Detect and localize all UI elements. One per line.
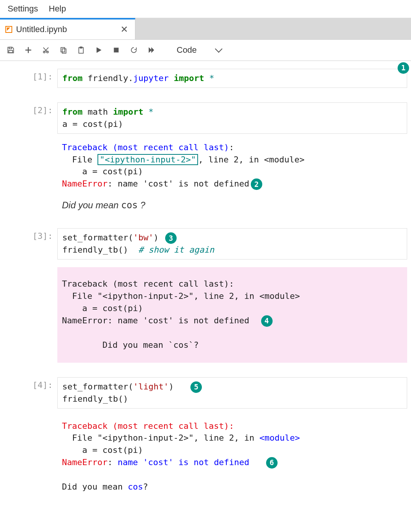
menu-settings[interactable]: Settings [8, 4, 38, 14]
cell-prompt: [2]: [4, 102, 57, 214]
svg-rect-5 [62, 49, 66, 54]
paste-button[interactable] [77, 46, 85, 54]
code-input[interactable]: set_formatter('bw') 3 friendly_tb() # sh… [57, 228, 407, 260]
stop-button[interactable] [112, 46, 120, 54]
did-you-mean: Did you mean cos ? [57, 197, 407, 214]
run-button[interactable] [95, 46, 102, 54]
badge-5: 5 [190, 381, 202, 393]
cell-1: [1]: from friendly.jupyter import *1 [4, 69, 407, 88]
svg-rect-8 [114, 48, 119, 52]
cell-3: [3]: set_formatter('bw') 3 friendly_tb()… [4, 228, 407, 362]
cell-output: Traceback (most recent call last): File … [57, 138, 407, 193]
run-all-button[interactable] [148, 46, 155, 54]
cell-output: Traceback (most recent call last): File … [57, 267, 407, 362]
tabbar: Untitled.ipynb ✕ [0, 18, 411, 40]
badge-1: 1 [398, 62, 409, 74]
notebook-icon [5, 26, 12, 33]
svg-rect-1 [9, 50, 13, 53]
celltype-select[interactable]: Code [173, 44, 225, 57]
code-input[interactable]: from friendly.jupyter import *1 [57, 69, 407, 88]
badge-3: 3 [165, 232, 177, 244]
badge-2: 2 [251, 178, 262, 190]
cell-prompt: [3]: [4, 228, 57, 362]
add-cell-button[interactable] [24, 46, 32, 54]
menubar: Settings Help [0, 0, 411, 18]
save-button[interactable] [7, 46, 15, 54]
cell-4: [4]: set_formatter('light') 5 friendly_t… [4, 377, 407, 496]
code-input[interactable]: from math import * a = cost(pi) [57, 102, 407, 134]
badge-6: 6 [266, 457, 278, 469]
cell-prompt: [4]: [4, 377, 57, 496]
notebook-area: [1]: from friendly.jupyter import *1 [2]… [0, 61, 411, 508]
restart-button[interactable] [130, 46, 138, 54]
menu-help[interactable]: Help [49, 4, 66, 14]
cell-output: Traceback (most recent call last): File … [57, 417, 407, 496]
code-input[interactable]: set_formatter('light') 5 friendly_tb() [57, 377, 407, 409]
chevron-down-icon [215, 45, 223, 53]
cell-2: [2]: from math import * a = cost(pi) Tra… [4, 102, 407, 214]
close-icon[interactable]: ✕ [120, 24, 128, 35]
tab-untitled[interactable]: Untitled.ipynb ✕ [0, 18, 135, 39]
boxed-filename: "<ipython-input-2>" [97, 154, 198, 165]
tab-title: Untitled.ipynb [16, 24, 67, 34]
toolbar: Code [0, 40, 411, 61]
svg-rect-4 [61, 47, 65, 52]
cell-prompt: [1]: [4, 69, 57, 88]
badge-4: 4 [261, 315, 273, 327]
cut-button[interactable] [42, 46, 50, 54]
copy-button[interactable] [60, 46, 67, 54]
svg-rect-0 [9, 47, 12, 49]
celltype-label: Code [177, 45, 197, 55]
